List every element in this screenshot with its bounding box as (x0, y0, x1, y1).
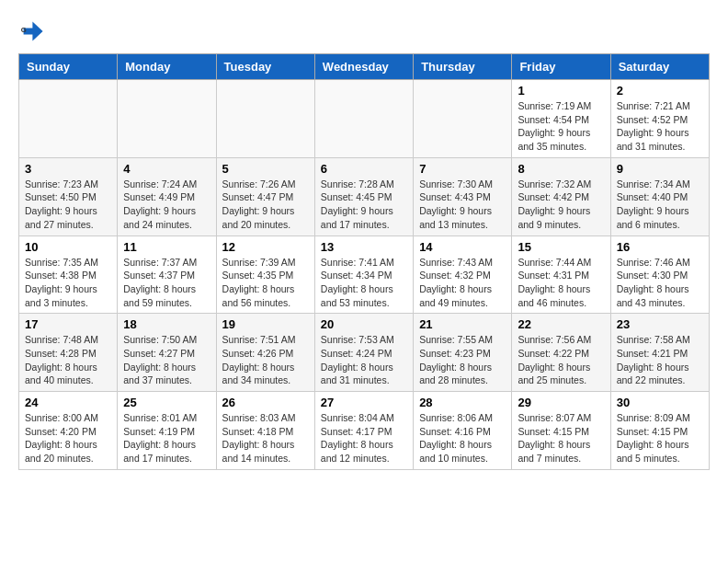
day-number: 26 (222, 396, 309, 409)
calendar-cell: 28Sunrise: 8:06 AM Sunset: 4:16 PM Dayli… (414, 392, 512, 470)
calendar-cell: 24Sunrise: 8:00 AM Sunset: 4:20 PM Dayli… (19, 392, 118, 470)
calendar-cell: 1Sunrise: 7:19 AM Sunset: 4:54 PM Daylig… (512, 80, 610, 158)
day-number: 18 (123, 317, 210, 331)
day-info: Sunrise: 7:23 AM Sunset: 4:50 PM Dayligh… (25, 178, 111, 232)
day-number: 21 (419, 317, 506, 331)
calendar-cell: 29Sunrise: 8:07 AM Sunset: 4:15 PM Dayli… (512, 392, 610, 470)
day-number: 19 (222, 317, 309, 331)
calendar-cell: 13Sunrise: 7:41 AM Sunset: 4:34 PM Dayli… (314, 236, 413, 314)
calendar-cell: 4Sunrise: 7:24 AM Sunset: 4:49 PM Daylig… (118, 157, 216, 236)
day-number: 2 (617, 84, 703, 98)
calendar-cell: 23Sunrise: 7:58 AM Sunset: 4:21 PM Dayli… (610, 314, 709, 392)
calendar-cell: 17Sunrise: 7:48 AM Sunset: 4:28 PM Dayli… (19, 314, 118, 392)
calendar-header-wednesday: Wednesday (314, 54, 413, 80)
day-number: 23 (617, 317, 703, 331)
calendar-week-row: 17Sunrise: 7:48 AM Sunset: 4:28 PM Dayli… (19, 314, 710, 392)
calendar-cell: 21Sunrise: 7:55 AM Sunset: 4:23 PM Dayli… (414, 314, 512, 392)
day-info: Sunrise: 7:41 AM Sunset: 4:34 PM Dayligh… (321, 256, 407, 310)
calendar-cell: 5Sunrise: 7:26 AM Sunset: 4:47 PM Daylig… (216, 157, 314, 236)
day-number: 14 (419, 240, 506, 254)
svg-text:G: G (21, 26, 27, 34)
day-number: 1 (518, 84, 604, 98)
day-number: 12 (222, 240, 309, 254)
calendar-cell: 18Sunrise: 7:50 AM Sunset: 4:27 PM Dayli… (118, 314, 216, 392)
day-number: 9 (617, 162, 703, 176)
day-number: 30 (617, 396, 703, 409)
day-info: Sunrise: 7:39 AM Sunset: 4:35 PM Dayligh… (222, 256, 309, 310)
calendar-header-tuesday: Tuesday (216, 54, 314, 80)
calendar-cell: 14Sunrise: 7:43 AM Sunset: 4:32 PM Dayli… (414, 236, 512, 314)
day-number: 16 (617, 240, 703, 254)
day-info: Sunrise: 8:03 AM Sunset: 4:18 PM Dayligh… (222, 411, 309, 465)
header: G (18, 18, 710, 44)
day-info: Sunrise: 7:58 AM Sunset: 4:21 PM Dayligh… (617, 333, 703, 387)
calendar-cell: 7Sunrise: 7:30 AM Sunset: 4:43 PM Daylig… (414, 157, 512, 236)
calendar-header-friday: Friday (512, 54, 610, 80)
day-info: Sunrise: 7:32 AM Sunset: 4:42 PM Dayligh… (518, 178, 604, 232)
calendar-week-row: 3Sunrise: 7:23 AM Sunset: 4:50 PM Daylig… (19, 157, 710, 236)
day-number: 5 (222, 162, 309, 176)
day-info: Sunrise: 7:30 AM Sunset: 4:43 PM Dayligh… (419, 178, 506, 232)
calendar-cell: 22Sunrise: 7:56 AM Sunset: 4:22 PM Dayli… (512, 314, 610, 392)
day-number: 13 (321, 240, 407, 254)
calendar-cell: 27Sunrise: 8:04 AM Sunset: 4:17 PM Dayli… (314, 392, 413, 470)
calendar-cell: 12Sunrise: 7:39 AM Sunset: 4:35 PM Dayli… (216, 236, 314, 314)
calendar-cell: 15Sunrise: 7:44 AM Sunset: 4:31 PM Dayli… (512, 236, 610, 314)
calendar-cell: 16Sunrise: 7:46 AM Sunset: 4:30 PM Dayli… (610, 236, 709, 314)
day-info: Sunrise: 7:48 AM Sunset: 4:28 PM Dayligh… (25, 333, 111, 387)
calendar-cell: 30Sunrise: 8:09 AM Sunset: 4:15 PM Dayli… (610, 392, 709, 470)
day-info: Sunrise: 8:00 AM Sunset: 4:20 PM Dayligh… (25, 411, 111, 465)
calendar-cell: 11Sunrise: 7:37 AM Sunset: 4:37 PM Dayli… (118, 236, 216, 314)
day-info: Sunrise: 7:43 AM Sunset: 4:32 PM Dayligh… (419, 256, 506, 310)
day-info: Sunrise: 7:51 AM Sunset: 4:26 PM Dayligh… (222, 333, 309, 387)
calendar-cell (118, 80, 216, 158)
calendar-header-monday: Monday (118, 54, 216, 80)
day-info: Sunrise: 7:35 AM Sunset: 4:38 PM Dayligh… (25, 256, 111, 310)
day-info: Sunrise: 7:21 AM Sunset: 4:52 PM Dayligh… (617, 99, 703, 154)
logo: G (18, 18, 48, 44)
day-number: 22 (518, 317, 604, 331)
day-info: Sunrise: 7:26 AM Sunset: 4:47 PM Dayligh… (222, 178, 309, 232)
calendar-cell: 8Sunrise: 7:32 AM Sunset: 4:42 PM Daylig… (512, 157, 610, 236)
day-info: Sunrise: 7:50 AM Sunset: 4:27 PM Dayligh… (123, 333, 210, 387)
day-info: Sunrise: 7:44 AM Sunset: 4:31 PM Dayligh… (518, 256, 604, 310)
day-number: 4 (123, 162, 210, 176)
day-number: 8 (518, 162, 604, 176)
day-number: 6 (321, 162, 407, 176)
calendar-cell: 19Sunrise: 7:51 AM Sunset: 4:26 PM Dayli… (216, 314, 314, 392)
day-number: 29 (518, 396, 604, 409)
day-number: 3 (25, 162, 111, 176)
calendar-cell: 6Sunrise: 7:28 AM Sunset: 4:45 PM Daylig… (314, 157, 413, 236)
day-info: Sunrise: 8:07 AM Sunset: 4:15 PM Dayligh… (518, 411, 604, 465)
calendar-week-row: 10Sunrise: 7:35 AM Sunset: 4:38 PM Dayli… (19, 236, 710, 314)
calendar-cell (216, 80, 314, 158)
day-number: 15 (518, 240, 604, 254)
day-info: Sunrise: 7:24 AM Sunset: 4:49 PM Dayligh… (123, 178, 210, 232)
day-number: 27 (321, 396, 407, 409)
day-number: 17 (25, 317, 111, 331)
calendar-cell: 25Sunrise: 8:01 AM Sunset: 4:19 PM Dayli… (118, 392, 216, 470)
calendar-cell: 9Sunrise: 7:34 AM Sunset: 4:40 PM Daylig… (610, 157, 709, 236)
day-number: 11 (123, 240, 210, 254)
calendar-header-thursday: Thursday (414, 54, 512, 80)
day-info: Sunrise: 8:04 AM Sunset: 4:17 PM Dayligh… (321, 411, 407, 465)
calendar-header-sunday: Sunday (19, 54, 118, 80)
day-info: Sunrise: 8:01 AM Sunset: 4:19 PM Dayligh… (123, 411, 210, 465)
day-number: 20 (321, 317, 407, 331)
calendar-cell (19, 80, 118, 158)
day-number: 24 (25, 396, 111, 409)
day-info: Sunrise: 8:09 AM Sunset: 4:15 PM Dayligh… (617, 411, 703, 465)
day-info: Sunrise: 7:56 AM Sunset: 4:22 PM Dayligh… (518, 333, 604, 387)
calendar-week-row: 24Sunrise: 8:00 AM Sunset: 4:20 PM Dayli… (19, 392, 710, 470)
day-info: Sunrise: 7:28 AM Sunset: 4:45 PM Dayligh… (321, 178, 407, 232)
calendar-cell: 20Sunrise: 7:53 AM Sunset: 4:24 PM Dayli… (314, 314, 413, 392)
day-info: Sunrise: 7:46 AM Sunset: 4:30 PM Dayligh… (617, 256, 703, 310)
day-info: Sunrise: 7:53 AM Sunset: 4:24 PM Dayligh… (321, 333, 407, 387)
calendar-cell: 3Sunrise: 7:23 AM Sunset: 4:50 PM Daylig… (19, 157, 118, 236)
day-info: Sunrise: 7:37 AM Sunset: 4:37 PM Dayligh… (123, 256, 210, 310)
calendar-cell: 10Sunrise: 7:35 AM Sunset: 4:38 PM Dayli… (19, 236, 118, 314)
calendar-cell (314, 80, 413, 158)
calendar-cell: 26Sunrise: 8:03 AM Sunset: 4:18 PM Dayli… (216, 392, 314, 470)
calendar-header-row: SundayMondayTuesdayWednesdayThursdayFrid… (19, 54, 710, 80)
calendar-header-saturday: Saturday (610, 54, 709, 80)
